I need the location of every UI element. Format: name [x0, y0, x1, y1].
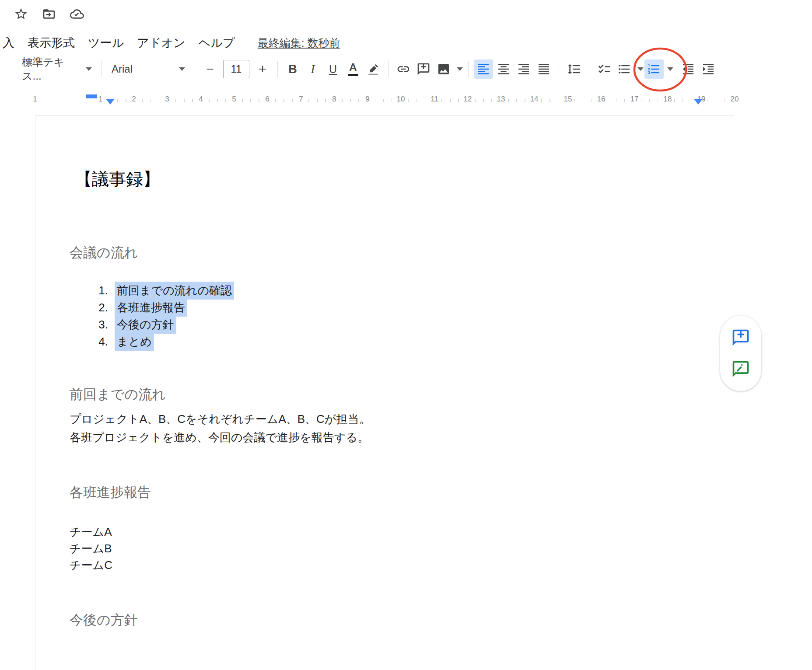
- chevron-down-icon[interactable]: [637, 67, 644, 71]
- paragraph-line: プロジェクトA、B、CをそれぞれチームA、B、Cが担当。: [70, 410, 370, 428]
- add-comment-button[interactable]: [414, 59, 433, 79]
- list-number: 4.: [91, 335, 108, 349]
- ruler[interactable]: 1 1 2 3 4 5 6 7 8 9 10 11 12 13 14 15 16…: [0, 93, 812, 110]
- indent-decrease-icon: [681, 62, 695, 76]
- selected-text: まとめ: [115, 333, 154, 351]
- ruler-label: 3: [163, 95, 171, 104]
- indent-decrease-button[interactable]: [679, 59, 698, 79]
- menu-item-insert-partial[interactable]: 入: [3, 35, 14, 51]
- first-line-indent-marker[interactable]: [86, 94, 97, 98]
- align-right-button[interactable]: [514, 59, 533, 79]
- align-center-button[interactable]: [494, 59, 513, 79]
- selected-text: 各班進捗報告: [115, 299, 187, 317]
- insert-link-button[interactable]: [394, 59, 413, 79]
- align-center-icon: [497, 62, 511, 76]
- line-spacing-icon: [567, 62, 581, 76]
- left-indent-marker[interactable]: [106, 99, 115, 105]
- ruler-label: 16: [595, 95, 608, 104]
- toolbar-separator: [559, 61, 559, 77]
- styles-dropdown-value: 標準テキス...: [22, 55, 82, 83]
- toolbar-separator: [468, 61, 469, 77]
- numbered-list-group: [644, 59, 673, 79]
- team-line: チームB: [70, 540, 112, 557]
- toolbar-separator: [388, 61, 388, 77]
- numbered-list-button[interactable]: [644, 59, 664, 79]
- chevron-down-icon[interactable]: [457, 67, 463, 71]
- selected-text: 今後の方針: [115, 316, 176, 334]
- align-left-button[interactable]: [474, 59, 493, 79]
- menu-item-tools[interactable]: ツール: [88, 35, 124, 51]
- font-dropdown[interactable]: Arial: [107, 59, 189, 79]
- right-indent-marker[interactable]: [694, 99, 703, 105]
- ruler-label: 12: [462, 95, 474, 104]
- move-folder-icon[interactable]: [41, 6, 57, 22]
- plus-icon: +: [259, 62, 266, 77]
- chevron-down-icon: [86, 67, 92, 71]
- menu-item-addons[interactable]: アドオン: [137, 35, 186, 51]
- paragraph: プロジェクトA、B、CをそれぞれチームA、B、Cが担当。 各班プロジェクトを進め…: [70, 410, 370, 447]
- bulleted-list-button[interactable]: [615, 59, 634, 79]
- ruler-label: 13: [495, 95, 508, 104]
- font-size-input[interactable]: 11: [223, 60, 249, 78]
- ruler-label: 11: [428, 95, 441, 104]
- toolbar-separator: [589, 61, 589, 77]
- numbered-list-icon: [647, 62, 661, 76]
- star-icon[interactable]: [13, 6, 29, 22]
- indent-increase-button[interactable]: [699, 59, 718, 79]
- list-item: 1. 前回までの流れの確認: [91, 282, 234, 299]
- ruler-label: 1: [31, 95, 39, 104]
- styles-dropdown[interactable]: 標準テキス...: [18, 59, 96, 79]
- line-spacing-button[interactable]: [564, 59, 584, 79]
- text-color-button[interactable]: A: [343, 59, 363, 79]
- bulleted-list-icon: [617, 62, 631, 76]
- highlight-color-button[interactable]: [364, 59, 383, 79]
- list-item: 3. 今後の方針: [91, 316, 234, 333]
- menu-item-format[interactable]: 表示形式: [28, 35, 75, 51]
- italic-icon: I: [311, 62, 315, 76]
- minus-icon: −: [206, 62, 214, 77]
- decrease-font-size-button[interactable]: −: [200, 59, 220, 79]
- checklist-button[interactable]: [595, 59, 614, 79]
- heading-previous: 前回までの流れ: [70, 385, 166, 404]
- align-justify-icon: [537, 62, 551, 76]
- cloud-saved-icon[interactable]: [69, 6, 85, 22]
- ruler-label: 1: [96, 95, 105, 104]
- list-number: 2.: [91, 301, 108, 314]
- floating-action-pill: [720, 316, 761, 391]
- ruler-label: 5: [230, 95, 238, 104]
- italic-button[interactable]: I: [303, 59, 322, 79]
- ruler-label: 10: [395, 95, 407, 104]
- increase-font-size-button[interactable]: +: [253, 59, 272, 79]
- ruler-label: 6: [263, 95, 271, 104]
- bold-button[interactable]: B: [283, 59, 302, 79]
- highlighter-icon: [366, 62, 380, 76]
- toolbar-separator: [277, 61, 278, 77]
- menu-bar: 入 表示形式 ツール アドオン ヘルプ 最終編集: 数秒前: [3, 35, 340, 51]
- align-justify-button[interactable]: [534, 59, 553, 79]
- indent-increase-icon: [701, 62, 715, 76]
- chevron-down-icon: [179, 67, 185, 71]
- chevron-down-icon[interactable]: [667, 67, 673, 71]
- document-page[interactable]: 【議事録】 会議の流れ 1. 前回までの流れの確認 2. 各班進捗報告 3. 今…: [35, 115, 734, 670]
- image-icon: [437, 62, 451, 76]
- menu-item-help[interactable]: ヘルプ: [199, 35, 235, 51]
- checklist-icon: [597, 62, 611, 76]
- doc-title: 【議事録】: [75, 168, 160, 191]
- last-edit-link[interactable]: 最終編集: 数秒前: [258, 36, 340, 50]
- team-list: チームA チームB チームC: [70, 523, 112, 573]
- add-comment-fab[interactable]: [731, 328, 751, 348]
- list-item: 4. まとめ: [91, 333, 234, 350]
- ruler-label: 4: [196, 95, 205, 104]
- suggest-edit-icon: [731, 359, 750, 379]
- ruler-label: 2: [130, 95, 138, 104]
- ruler-label: 18: [662, 95, 674, 104]
- document-header-icons: [13, 6, 85, 22]
- suggest-edits-fab[interactable]: [731, 359, 751, 379]
- insert-image-button[interactable]: [434, 59, 453, 79]
- text-color-icon: A: [348, 62, 358, 76]
- font-dropdown-value: Arial: [112, 63, 133, 75]
- align-left-icon: [476, 62, 490, 76]
- underline-button[interactable]: U: [323, 59, 343, 79]
- link-icon: [396, 62, 410, 76]
- toolbar-separator: [195, 61, 195, 77]
